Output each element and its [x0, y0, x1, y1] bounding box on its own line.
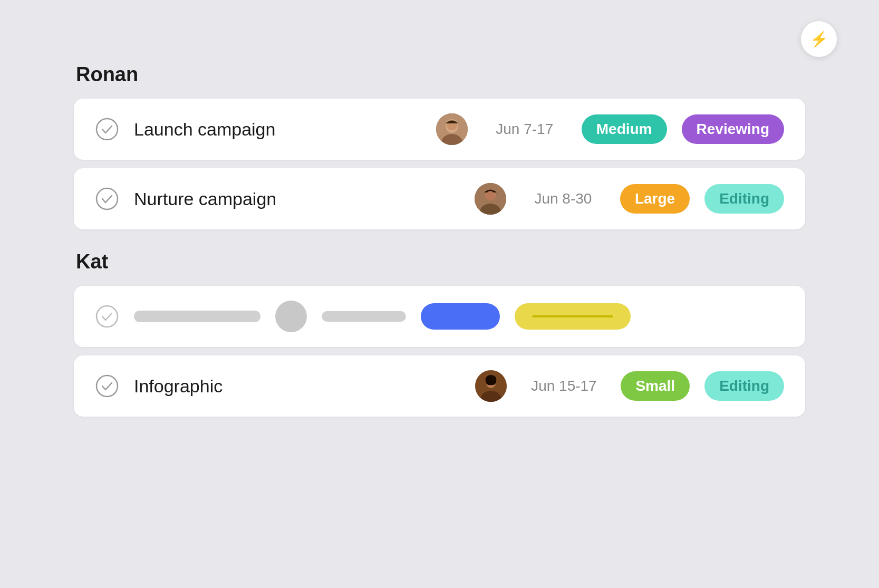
date-range: Jun 15-17	[521, 378, 606, 394]
section-title-ronan: Ronan	[74, 63, 805, 86]
section-kat: Kat	[74, 250, 805, 417]
main-content: Ronan Launch campaign	[0, 0, 879, 469]
priority-badge[interactable]: Medium	[582, 114, 667, 144]
status-badge[interactable]: Editing	[704, 184, 784, 214]
svg-point-0	[96, 119, 118, 140]
section-ronan: Ronan Launch campaign	[74, 63, 805, 229]
status-badge[interactable]: Editing	[704, 371, 784, 401]
task-list-ronan: Launch campaign Jun 7-17 Medium Reviewin…	[74, 99, 805, 229]
check-icon	[95, 187, 119, 211]
priority-badge[interactable]: Large	[620, 184, 690, 214]
date-range: Jun 8-30	[521, 190, 605, 207]
task-name-placeholder	[134, 311, 260, 322]
task-row[interactable]	[74, 286, 805, 347]
section-title-kat: Kat	[74, 250, 805, 273]
date-placeholder	[322, 311, 406, 322]
task-row[interactable]: Nurture campaign Jun 8-30 Large Editing	[74, 168, 805, 229]
lightning-button[interactable]: ⚡	[801, 21, 837, 57]
task-name: Launch campaign	[134, 119, 421, 140]
priority-badge-placeholder	[421, 303, 500, 330]
svg-point-10	[96, 306, 118, 327]
svg-point-11	[96, 375, 118, 397]
lightning-icon: ⚡	[810, 31, 828, 48]
task-list-kat: Infographic Jun 15-17 Small Editing	[74, 286, 805, 417]
check-icon	[95, 304, 119, 329]
svg-point-9	[486, 191, 495, 200]
task-row[interactable]: Infographic Jun 15-17 Small Editing	[74, 355, 805, 417]
task-name: Infographic	[134, 376, 460, 397]
svg-point-5	[96, 188, 118, 209]
date-range: Jun 7-17	[482, 121, 567, 138]
status-badge-placeholder	[515, 303, 631, 330]
avatar-placeholder	[275, 301, 307, 332]
avatar	[475, 370, 507, 402]
check-icon	[95, 117, 119, 141]
priority-badge[interactable]: Small	[621, 371, 690, 401]
avatar	[475, 183, 506, 215]
task-row[interactable]: Launch campaign Jun 7-17 Medium Reviewin…	[74, 99, 805, 160]
status-badge[interactable]: Reviewing	[682, 114, 784, 144]
check-icon	[95, 374, 119, 398]
task-name: Nurture campaign	[134, 189, 460, 209]
avatar	[436, 113, 468, 145]
